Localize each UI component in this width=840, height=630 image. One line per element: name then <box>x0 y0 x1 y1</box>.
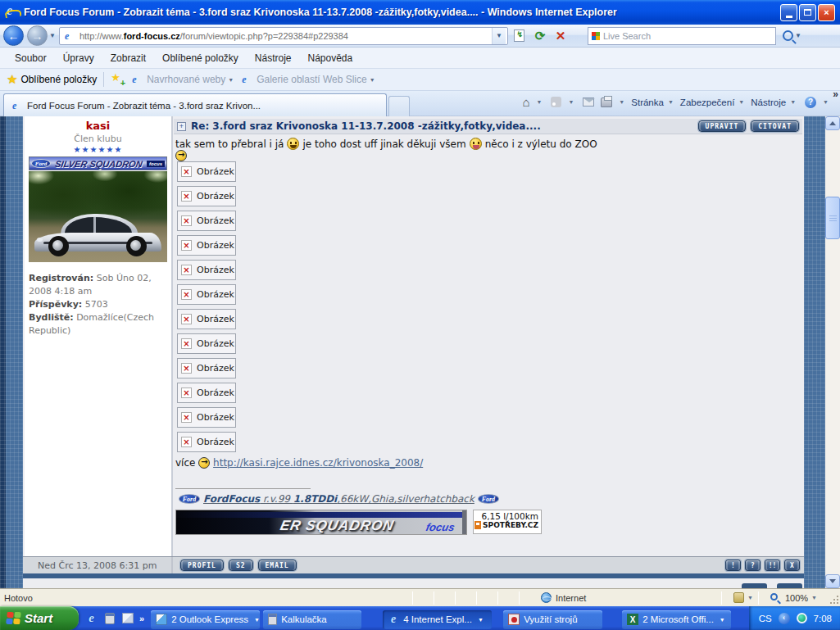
broken-image-icon: × <box>181 166 192 177</box>
security-menu[interactable]: Zabezpečení <box>680 97 735 107</box>
command-bar: ⌂▼ ▼ ▼ Stránka▼ Zabezpečení▼ Nástroje▼ ?… <box>520 95 833 109</box>
page-margin-left <box>6 116 23 588</box>
rss-icon[interactable] <box>551 97 561 107</box>
edit-button[interactable]: UPRAVIT <box>698 120 747 132</box>
broken-image-icon: × <box>181 240 192 251</box>
system-tray: CS ‹ 7:08 <box>749 606 840 630</box>
print-icon[interactable] <box>601 97 612 107</box>
gallery-link[interactable]: http://kasi.rajce.idnes.cz/krivonoska_20… <box>213 457 423 469</box>
fuel-badge[interactable]: 6,15 l/100km SPOTŘEBY.CZ <box>473 510 542 534</box>
quick-launch-app-icon[interactable] <box>103 612 116 624</box>
minimize-button[interactable] <box>780 4 797 21</box>
task-office[interactable]: X 2 Microsoft Offi...▼ <box>622 610 731 629</box>
compatibility-button[interactable] <box>511 27 529 45</box>
page-viewport: kasi Člen klubu ★★★★★★ Ford SILVER SQUAD… <box>0 116 840 588</box>
clock[interactable]: 7:08 <box>814 614 832 623</box>
quick-launch-chevron[interactable]: » <box>139 614 144 623</box>
start-button[interactable]: Start <box>0 606 79 630</box>
author-rank: Člen klubu <box>29 134 167 144</box>
zoom-icon[interactable] <box>770 593 778 601</box>
menu-soubor[interactable]: Soubor <box>7 49 55 67</box>
post-nav-button[interactable]: ? <box>745 560 761 571</box>
quick-launch-ie-icon[interactable]: e <box>85 612 98 624</box>
menu-oblibene[interactable]: Oblíbené položky <box>154 49 247 67</box>
refresh-button[interactable]: ⟳ <box>531 27 549 45</box>
status-bar: Hotovo Internet ▼ 100% ▼ <box>0 588 840 606</box>
hide-icons-button[interactable]: ‹ <box>779 613 790 624</box>
broken-image-icon: × <box>181 265 192 275</box>
smiley-grin-icon <box>287 138 299 150</box>
menu-upravy[interactable]: Úpravy <box>55 49 102 67</box>
stop-button[interactable]: ✕ <box>552 27 570 45</box>
post-nav-button[interactable]: ! <box>725 560 741 571</box>
url-field[interactable]: http://www.ford-focus.cz/forum/viewtopic… <box>59 27 508 45</box>
car-spec-link[interactable]: FordFocus r.v.99 1.8TDDi,66kW,Ghia,silve… <box>203 493 474 505</box>
broken-image-box: ×Obrázek <box>177 235 236 256</box>
web-slice-button[interactable]: Galerie oblastí Web Slice <box>257 74 367 85</box>
language-indicator[interactable]: CS <box>759 614 772 623</box>
favorites-star-icon: ★ <box>7 72 17 87</box>
close-button[interactable]: × <box>818 4 835 21</box>
task-outlook[interactable]: 2 Outlook Express▼ <box>151 610 260 629</box>
email-button[interactable]: EMAIL <box>258 560 297 571</box>
scrollbar-thumb[interactable] <box>825 197 840 239</box>
forward-button[interactable]: → <box>27 25 48 46</box>
avatar-photo <box>29 171 167 262</box>
status-text: Hotovo <box>4 593 33 603</box>
resize-grip[interactable] <box>829 594 839 605</box>
task-vyuziti[interactable]: Využití strojů <box>503 610 602 629</box>
history-dropdown[interactable]: ▼ <box>49 32 56 39</box>
s2-button[interactable]: S2 <box>229 560 253 571</box>
zoom-level[interactable]: 100% <box>785 593 808 603</box>
excel-icon: X <box>627 614 638 625</box>
search-placeholder: Live Search <box>603 31 651 41</box>
new-tab-button[interactable] <box>388 96 410 116</box>
suggested-sites-icon <box>132 74 143 85</box>
search-input[interactable]: Live Search <box>588 27 776 45</box>
back-button[interactable]: ← <box>3 25 24 46</box>
tab-active[interactable]: Ford Focus Forum - Zobrazit téma - 3.for… <box>3 93 387 116</box>
ie-icon <box>5 6 19 20</box>
menu-napoveda[interactable]: Nápověda <box>300 49 361 67</box>
tab-icon <box>12 100 24 111</box>
profile-button[interactable]: PROFIL <box>180 560 224 571</box>
suggested-sites-button[interactable]: Navrhované weby <box>147 74 225 85</box>
mail-icon[interactable] <box>583 97 594 107</box>
quote-button[interactable]: CITOVAT <box>751 120 799 132</box>
tray-status-icon[interactable] <box>797 613 807 623</box>
favorites-button[interactable]: Oblíbené položky <box>20 74 97 85</box>
live-search-icon <box>592 32 600 40</box>
scroll-up-button[interactable] <box>825 116 840 130</box>
overflow-chevron[interactable]: » <box>833 88 838 100</box>
search-dropdown[interactable]: ▼ <box>795 32 801 39</box>
post-date: Ned Črc 13, 2008 6:31 pm <box>38 560 157 571</box>
post-nav-button[interactable]: X <box>784 560 800 571</box>
home-icon[interactable]: ⌂ <box>522 95 529 109</box>
menu-zobrazit[interactable]: Zobrazit <box>102 49 154 67</box>
vertical-scrollbar[interactable] <box>825 116 840 588</box>
rank-stars: ★★★★★★ <box>29 145 167 155</box>
window-title: Ford Focus Forum - Zobrazit téma - 3.for… <box>24 7 780 18</box>
ford-logo: Ford <box>31 159 51 168</box>
tools-menu[interactable]: Nástroje <box>751 97 786 107</box>
task-ie[interactable]: e 4 Internet Expl...▼ <box>383 610 492 629</box>
post-nav-button[interactable]: !! <box>765 560 780 571</box>
task-kalkulacka[interactable]: Kalkulačka <box>263 610 361 629</box>
next-post-strip <box>23 578 804 588</box>
app-icon <box>508 614 520 625</box>
internet-zone-icon <box>541 592 552 603</box>
broken-image-icon: × <box>181 363 192 374</box>
quick-launch-mail-icon[interactable] <box>121 612 134 624</box>
url-dropdown[interactable]: ▼ <box>492 28 506 44</box>
search-button[interactable] <box>783 30 793 41</box>
help-icon[interactable]: ? <box>805 97 816 108</box>
author-name[interactable]: kasi <box>29 120 167 132</box>
add-favorite-icon[interactable] <box>111 73 124 86</box>
protected-mode-icon[interactable] <box>733 592 744 603</box>
menu-nastroje[interactable]: Nástroje <box>247 49 300 67</box>
scroll-down-button[interactable] <box>825 574 840 588</box>
restore-button[interactable] <box>799 4 816 21</box>
page-menu[interactable]: Stránka <box>631 97 664 107</box>
post-link-icon[interactable]: + <box>177 122 186 131</box>
title-bar: Ford Focus Forum - Zobrazit téma - 3.for… <box>0 0 840 25</box>
